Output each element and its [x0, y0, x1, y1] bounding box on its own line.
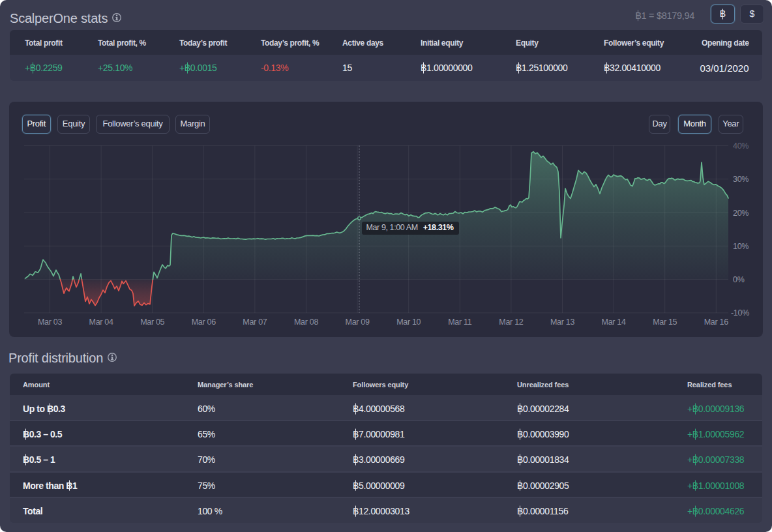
svg-text:0%: 0% — [733, 275, 745, 284]
svg-text:Mar 14: Mar 14 — [602, 318, 626, 327]
svg-text:20%: 20% — [733, 209, 749, 218]
svg-text:40%: 40% — [733, 141, 749, 151]
svg-text:Mar 08: Mar 08 — [294, 318, 318, 327]
svg-text:Mar 11: Mar 11 — [448, 318, 472, 327]
svg-text:Mar 10: Mar 10 — [396, 318, 421, 327]
svg-text:Mar 07: Mar 07 — [243, 318, 267, 327]
svg-text:Mar 15: Mar 15 — [653, 318, 677, 327]
svg-text:Mar 06: Mar 06 — [192, 318, 216, 327]
svg-text:Mar 04: Mar 04 — [89, 318, 113, 327]
svg-text:30%: 30% — [733, 175, 749, 184]
svg-text:Mar 05: Mar 05 — [140, 318, 164, 327]
svg-text:Mar 16: Mar 16 — [704, 318, 728, 327]
svg-text:10%: 10% — [733, 242, 749, 251]
svg-text:Mar 12: Mar 12 — [499, 318, 523, 327]
svg-text:Mar 13: Mar 13 — [550, 318, 574, 327]
svg-text:Mar 03: Mar 03 — [38, 318, 62, 327]
svg-text:-10%: -10% — [731, 308, 749, 318]
svg-text:Mar 09: Mar 09 — [346, 318, 370, 327]
